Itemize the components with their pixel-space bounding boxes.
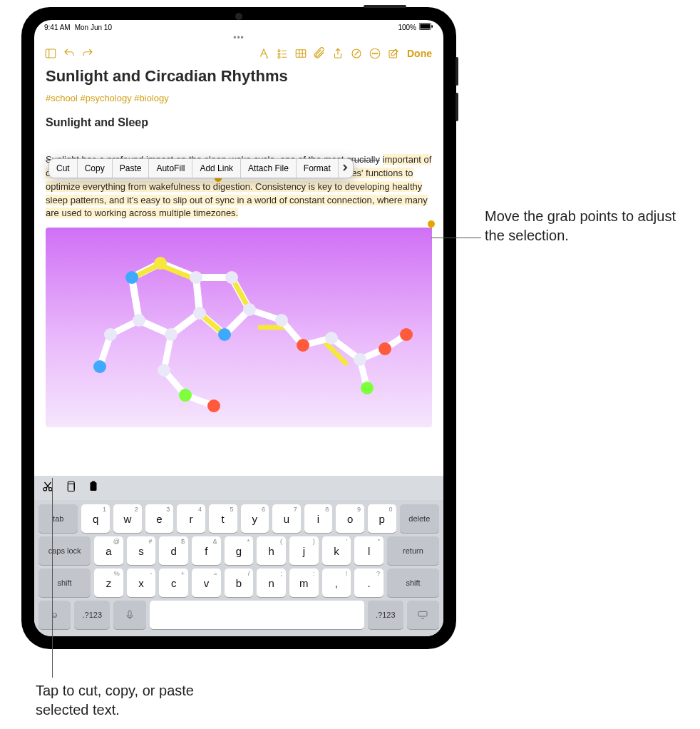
key-u[interactable]: 7u: [272, 504, 301, 533]
molecule-image[interactable]: [46, 228, 432, 427]
key-n[interactable]: ;n: [257, 569, 286, 597]
svg-point-11: [278, 56, 280, 58]
volume-up-button[interactable]: [455, 57, 458, 86]
key-b[interactable]: /b: [225, 569, 254, 597]
table-icon[interactable]: [293, 46, 309, 61]
copy-icon[interactable]: [64, 480, 77, 496]
note-content[interactable]: Sunlight and Circadian Rhythms #school #…: [34, 67, 443, 476]
key-e[interactable]: 3e: [145, 504, 174, 533]
key-f[interactable]: &f: [192, 536, 221, 565]
svg-rect-4: [46, 49, 56, 58]
key-return[interactable]: return: [387, 536, 439, 565]
key-a[interactable]: @a: [94, 536, 123, 565]
key-capslock[interactable]: caps lock: [38, 536, 91, 565]
cm-copy[interactable]: Copy: [78, 159, 113, 178]
svg-point-9: [278, 53, 280, 55]
svg-point-25: [190, 271, 202, 284]
svg-point-32: [275, 314, 288, 327]
done-button[interactable]: Done: [404, 48, 435, 59]
svg-rect-3: [431, 25, 433, 28]
svg-point-38: [361, 382, 374, 394]
svg-point-36: [379, 342, 391, 355]
key-emoji[interactable]: ☺: [38, 601, 71, 629]
key-v[interactable]: =v: [192, 569, 221, 597]
key-delete[interactable]: delete: [400, 504, 439, 533]
key-r[interactable]: 4r: [177, 504, 205, 533]
attachment-icon[interactable]: [312, 46, 327, 61]
sidebar-toggle-icon[interactable]: [43, 46, 58, 61]
key-shift-left[interactable]: shift: [38, 569, 91, 597]
cm-autofill[interactable]: AutoFill: [149, 159, 192, 178]
key-c[interactable]: +c: [159, 569, 188, 597]
key-g[interactable]: *g: [225, 536, 254, 565]
note-subhead[interactable]: Sunlight and Sleep: [46, 116, 432, 129]
key-comma[interactable]: !,: [322, 569, 351, 597]
key-q[interactable]: 1q: [81, 504, 110, 533]
key-numsym-right[interactable]: .?123: [368, 601, 403, 629]
redo-icon[interactable]: [80, 46, 96, 61]
key-numsym-left[interactable]: .?123: [74, 601, 110, 629]
cm-more-icon[interactable]: [339, 159, 353, 178]
more-icon[interactable]: [367, 46, 383, 61]
text-context-menu: Cut Copy Paste AutoFill Add Link Attach …: [48, 158, 354, 178]
svg-rect-46: [68, 484, 74, 491]
svg-point-42: [104, 328, 117, 341]
key-l[interactable]: "l: [354, 536, 384, 565]
checklist-icon[interactable]: [274, 46, 290, 61]
svg-point-26: [193, 307, 206, 320]
undo-icon[interactable]: [61, 46, 77, 61]
key-x[interactable]: -x: [127, 569, 156, 597]
svg-rect-50: [418, 611, 427, 616]
status-date: Mon Jun 10: [75, 24, 112, 31]
key-z[interactable]: %z: [94, 569, 123, 597]
svg-point-39: [158, 364, 170, 377]
svg-point-43: [93, 360, 106, 373]
key-m[interactable]: :m: [289, 569, 319, 597]
multitask-dots-icon[interactable]: •••: [34, 33, 443, 43]
callout-grab: Move the grab points to adjust the selec…: [485, 207, 684, 245]
callout-grab-line: [431, 238, 481, 238]
svg-point-31: [218, 328, 231, 341]
cm-paste[interactable]: Paste: [113, 159, 150, 178]
cm-attachfile[interactable]: Attach File: [241, 159, 297, 178]
compose-icon[interactable]: [386, 46, 401, 61]
key-tab[interactable]: tab: [38, 504, 78, 533]
note-title[interactable]: Sunlight and Circadian Rhythms: [46, 67, 432, 86]
callout-shortcut: Tap to cut, copy, or paste selected text…: [36, 681, 235, 720]
key-p[interactable]: 0p: [368, 504, 396, 533]
paste-icon[interactable]: [87, 480, 100, 496]
share-icon[interactable]: [330, 46, 346, 61]
svg-point-37: [400, 328, 413, 341]
key-dictation[interactable]: [113, 601, 145, 629]
key-space[interactable]: [150, 601, 364, 629]
key-h[interactable]: (h: [257, 536, 286, 565]
svg-rect-2: [420, 24, 430, 29]
key-j[interactable]: )j: [289, 536, 319, 565]
cm-cut[interactable]: Cut: [49, 159, 78, 178]
key-period[interactable]: ?.: [354, 569, 384, 597]
key-w[interactable]: 2w: [113, 504, 142, 533]
markup-icon[interactable]: [349, 46, 364, 61]
svg-point-23: [125, 271, 138, 284]
key-k[interactable]: 'k: [322, 536, 351, 565]
key-y[interactable]: 6y: [241, 504, 269, 533]
power-button[interactable]: [364, 5, 406, 8]
svg-point-28: [133, 314, 145, 327]
note-tags[interactable]: #school #psychology #biology: [46, 93, 432, 103]
key-t[interactable]: 5t: [209, 504, 237, 533]
key-s[interactable]: #s: [127, 536, 156, 565]
cm-addlink[interactable]: Add Link: [192, 159, 241, 178]
cm-format[interactable]: Format: [297, 159, 339, 178]
format-text-icon[interactable]: a: [256, 46, 272, 61]
selection-grab-end[interactable]: [428, 220, 435, 228]
key-shift-right[interactable]: shift: [387, 569, 439, 597]
onscreen-keyboard: tab 1q 2w 3e 4r 5t 6y 7u 8i 9o 0p delete…: [34, 500, 443, 636]
volume-down-button[interactable]: [455, 93, 458, 121]
svg-text:a: a: [266, 55, 269, 59]
svg-point-41: [207, 399, 220, 412]
front-camera: [235, 13, 242, 20]
key-d[interactable]: $d: [159, 536, 188, 565]
key-hide-keyboard[interactable]: [407, 601, 439, 629]
key-i[interactable]: 8i: [304, 504, 333, 533]
key-o[interactable]: 9o: [336, 504, 364, 533]
